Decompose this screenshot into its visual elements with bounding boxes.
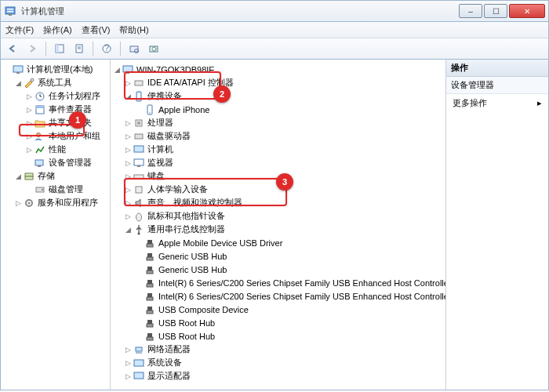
svg-rect-52 — [147, 267, 152, 270]
expand-icon[interactable]: ▷ — [24, 132, 34, 140]
expand-icon[interactable]: ▷ — [123, 359, 133, 367]
storage-icon — [23, 170, 35, 183]
refresh-button[interactable] — [145, 40, 162, 57]
tree-label: WIN-7GOK3DB98IE — [136, 65, 215, 74]
maximize-button[interactable]: ☐ — [484, 4, 507, 18]
dev-intel-usb[interactable]: Intel(R) 6 Series/C200 Series Chipset Fa… — [112, 289, 444, 303]
menu-view[interactable]: 查看(V) — [82, 24, 111, 36]
actions-pane: 操作 设备管理器 更多操作 ▸ — [446, 60, 548, 390]
expand-icon[interactable]: ▷ — [24, 146, 34, 154]
computer-icon — [122, 64, 134, 76]
tree-label: Intel(R) 6 Series/C200 Series Chipset Fa… — [158, 278, 446, 288]
dev-generic-hub[interactable]: Generic USB Hub — [112, 263, 444, 276]
tree-disk-management[interactable]: 磁盘管理 — [2, 183, 108, 196]
network-icon — [133, 343, 145, 356]
cat-processor[interactable]: ▷处理器 — [112, 116, 444, 129]
properties-button[interactable] — [71, 40, 88, 57]
menu-action[interactable]: 操作(A) — [43, 24, 72, 36]
dev-root-hub[interactable]: USB Root Hub — [112, 316, 444, 329]
cat-hid[interactable]: ▷人体学输入设备 — [112, 183, 444, 196]
cat-usb-controllers[interactable]: ◢通用串行总线控制器 — [112, 223, 444, 236]
cat-mouse[interactable]: ▷鼠标和其他指针设备 — [112, 209, 444, 223]
collapse-icon[interactable]: ◢ — [112, 66, 122, 74]
expand-icon[interactable]: ▷ — [13, 199, 23, 207]
tree-label: 系统设备 — [147, 357, 182, 368]
portable-device-icon — [133, 90, 145, 103]
more-actions[interactable]: 更多操作 ▸ — [446, 94, 548, 112]
expand-icon[interactable]: ▷ — [123, 159, 133, 167]
expand-icon[interactable]: ▷ — [123, 199, 133, 207]
help-button[interactable]: ? — [98, 40, 115, 57]
show-hide-tree-button[interactable] — [51, 40, 68, 57]
collapse-icon[interactable]: ◢ — [13, 79, 23, 87]
expand-icon[interactable]: ▷ — [123, 172, 133, 180]
cat-display-adapters[interactable]: ▷显示适配器 — [112, 369, 444, 383]
tree-services-apps[interactable]: ▷服务和应用程序 — [2, 196, 108, 209]
expand-icon[interactable]: ▷ — [123, 79, 133, 87]
back-button[interactable] — [4, 40, 21, 57]
ide-icon — [133, 77, 145, 89]
expand-icon[interactable]: ▷ — [123, 212, 133, 220]
usb-plug-icon — [144, 303, 156, 316]
tree-label: USB Root Hub — [158, 332, 215, 341]
cat-system-devices[interactable]: ▷系统设备 — [112, 356, 444, 369]
dev-iphone[interactable]: Apple iPhone — [112, 103, 444, 116]
expand-icon[interactable]: ▷ — [123, 372, 133, 380]
collapse-icon[interactable]: ◢ — [13, 172, 23, 180]
tree-task-scheduler[interactable]: ▷任务计划程序 — [2, 89, 108, 103]
collapse-icon[interactable]: ◢ — [123, 93, 133, 100]
tree-storage[interactable]: ◢存储 — [2, 169, 108, 183]
cat-computer[interactable]: ▷计算机 — [112, 143, 444, 156]
tree-label: 键盘 — [147, 170, 165, 182]
tree-label: 显示适配器 — [147, 370, 191, 382]
expand-icon[interactable]: ▷ — [123, 346, 133, 354]
menu-file[interactable]: 文件(F) — [5, 24, 34, 36]
usb-plug-icon — [144, 330, 156, 343]
svg-point-47 — [138, 232, 140, 234]
forward-button[interactable] — [24, 40, 41, 57]
expand-icon[interactable]: ▷ — [123, 186, 133, 194]
tree-system-tools[interactable]: ◢系统工具 — [2, 76, 108, 89]
dev-intel-usb[interactable]: Intel(R) 6 Series/C200 Series Chipset Fa… — [112, 276, 444, 289]
tree-event-viewer[interactable]: ▷事件查看器 — [2, 103, 108, 116]
cat-diskdrive[interactable]: ▷磁盘驱动器 — [112, 129, 444, 143]
cat-sound[interactable]: ▷声音、视频和游戏控制器 — [112, 196, 444, 209]
actions-context: 设备管理器 — [446, 77, 548, 94]
minimize-button[interactable]: – — [459, 4, 482, 18]
dev-composite[interactable]: USB Composite Device — [112, 303, 444, 316]
scan-hardware-button[interactable] — [125, 40, 143, 57]
tree-root[interactable]: 计算机管理(本地) — [2, 63, 108, 76]
expand-icon[interactable]: ▷ — [123, 119, 133, 127]
tree-label: 性能 — [49, 143, 66, 155]
tree-device-manager[interactable]: 设备管理器 — [2, 156, 108, 169]
expand-icon[interactable]: ▷ — [123, 146, 133, 154]
expand-icon[interactable]: ▷ — [24, 93, 34, 100]
svg-rect-31 — [123, 66, 133, 72]
tree-label: Generic USB Hub — [158, 252, 227, 261]
cat-portable[interactable]: ◢便携设备 — [112, 89, 444, 103]
svg-rect-35 — [137, 93, 140, 98]
titlebar: 计算机管理 – ☐ ✕ — [0, 0, 549, 22]
dev-root-hub[interactable]: USB Root Hub — [112, 329, 444, 343]
menu-help[interactable]: 帮助(H) — [119, 24, 148, 36]
tree-performance[interactable]: ▷性能 — [2, 143, 108, 156]
expand-icon[interactable]: ▷ — [24, 106, 34, 114]
svg-point-46 — [136, 213, 142, 221]
tree-label: 存储 — [38, 170, 55, 182]
cat-keyboard[interactable]: ▷键盘 — [112, 169, 444, 183]
svg-rect-40 — [135, 134, 143, 139]
tree-label: 鼠标和其他指针设备 — [147, 210, 225, 222]
tree-local-users[interactable]: ▷本地用户和组 — [2, 129, 108, 143]
dev-apple-usb[interactable]: Apple Mobile Device USB Driver — [112, 236, 444, 249]
expand-icon[interactable]: ▷ — [24, 119, 34, 127]
close-button[interactable]: ✕ — [509, 4, 545, 18]
collapse-icon[interactable]: ◢ — [123, 226, 133, 234]
cat-ide[interactable]: ▷IDE ATA/ATAPI 控制器 — [112, 76, 444, 89]
tree-shared-folders[interactable]: ▷共享文件夹 — [2, 116, 108, 129]
cat-monitor[interactable]: ▷监视器 — [112, 156, 444, 169]
device-root[interactable]: ◢WIN-7GOK3DB98IE — [112, 63, 444, 76]
svg-rect-2 — [7, 11, 13, 13]
cat-network[interactable]: ▷网络适配器 — [112, 343, 444, 356]
dev-generic-hub[interactable]: Generic USB Hub — [112, 249, 444, 263]
expand-icon[interactable]: ▷ — [123, 132, 133, 140]
